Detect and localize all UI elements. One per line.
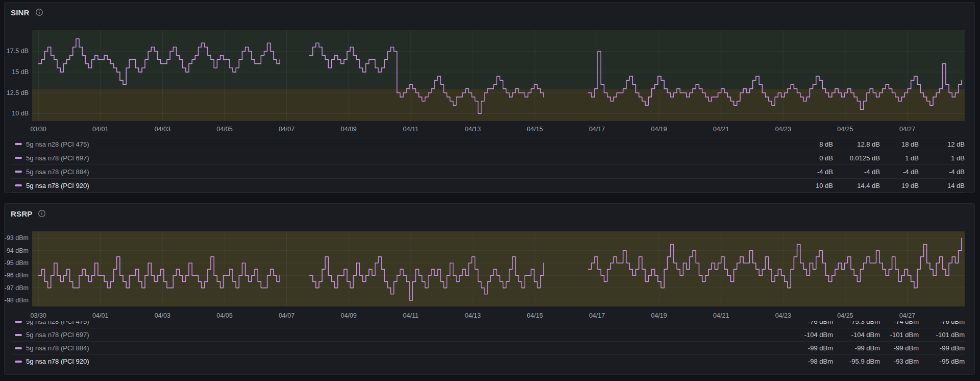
legend-stat-value: -104 dBm <box>786 331 833 339</box>
rsrp-panel: RSRP -93 dBm-94 dBm-95 dBm-96 dBm-97 dBm… <box>4 203 975 375</box>
legend-stat-value: -76 dBm <box>786 321 833 325</box>
legend-stat-value: -99 dBm <box>833 344 880 352</box>
x-axis-label: 04/07 <box>279 312 295 319</box>
info-icon[interactable] <box>35 8 43 16</box>
sinr-panel: SINR 17.5 dB15 dB12.5 dB10 dB 03/3004/01… <box>4 2 975 193</box>
legend-table: 5g nsa n28 (PCI 475)8 dB12.8 dB18 dB12 d… <box>11 137 965 193</box>
series-color-swatch <box>15 157 22 159</box>
legend-series-label[interactable]: 5g nsa n78 (PCI 920) <box>26 358 786 365</box>
legend-row[interactable]: 5g nsa n78 (PCI 920)10 dB14.4 dB19 dB14 … <box>11 179 965 193</box>
panel-title[interactable]: RSRP <box>11 209 32 218</box>
x-axis-label: 04/17 <box>589 126 605 133</box>
x-axis: 03/3004/0104/0304/0504/0704/0904/1104/13… <box>32 126 965 134</box>
y-axis: -93 dBm-94 dBm-95 dBm-96 dBm-97 dBm-98 d… <box>5 231 29 306</box>
time-series-chart[interactable] <box>32 231 965 306</box>
legend-stat-value: -95 dBm <box>919 358 965 365</box>
legend-stat-value: 14 dB <box>919 182 965 189</box>
legend-stat-value: -101 dBm <box>880 331 919 339</box>
legend-stat-value: -99 dBm <box>786 344 833 352</box>
time-series-chart[interactable] <box>32 30 965 121</box>
legend-row[interactable]: 5g nsa n78 (PCI 884)-99 dBm-99 dBm-99 dB… <box>11 342 965 355</box>
y-axis-label: -94 dBm <box>5 247 29 254</box>
x-axis-label: 04/05 <box>216 312 232 319</box>
legend-stat-value: 1 dB <box>880 154 919 162</box>
x-axis-label: 04/27 <box>899 312 915 319</box>
legend-series-label[interactable]: 5g nsa n78 (PCI 697) <box>26 331 786 339</box>
legend-stat-value: -93 dBm <box>880 358 919 365</box>
legend-series-label[interactable]: 5g nsa n28 (PCI 475) <box>26 321 786 325</box>
legend-stat-value: 12 dB <box>919 140 965 148</box>
x-axis-label: 04/07 <box>279 126 295 133</box>
series-color-swatch <box>15 321 22 323</box>
y-axis-label: 17.5 dB <box>7 47 29 55</box>
legend-stat-value: 12.8 dB <box>833 140 880 148</box>
panel-header: RSRP <box>11 204 46 223</box>
y-axis-label: -95 dBm <box>5 259 29 267</box>
legend-scroll-viewport[interactable]: 5g nsa n28 (PCI 475)-76 dBm-75.3 dBm-74 … <box>11 321 965 374</box>
legend-stat-value: -4 dB <box>786 168 833 176</box>
x-axis-label: 03/30 <box>31 312 46 319</box>
panel-title[interactable]: SINR <box>11 8 30 17</box>
threshold-band <box>32 30 965 89</box>
legend-stat-value: -4 dB <box>880 168 919 176</box>
x-axis-label: 04/25 <box>837 126 853 133</box>
info-icon[interactable] <box>38 209 46 218</box>
legend-series-label[interactable]: 5g nsa n78 (PCI 920) <box>26 182 786 189</box>
x-axis-label: 04/25 <box>837 312 853 319</box>
x-axis-label: 04/17 <box>589 312 605 319</box>
y-axis-label: 10 dB <box>12 110 29 117</box>
x-axis-label: 04/09 <box>341 126 357 133</box>
legend-series-label[interactable]: 5g nsa n28 (PCI 475) <box>26 140 786 148</box>
x-axis-label: 04/03 <box>155 312 170 319</box>
legend-stat-value: 18 dB <box>880 140 919 148</box>
x-axis-label: 04/19 <box>651 126 667 133</box>
x-axis-label: 04/11 <box>403 312 419 319</box>
legend-stat-value: -98 dBm <box>786 358 833 365</box>
x-axis-label: 04/27 <box>899 126 915 133</box>
legend-row[interactable]: 5g nsa n78 (PCI 884)-4 dB-4 dB-4 dB-4 dB <box>11 165 965 179</box>
legend-stat-value: -75.3 dBm <box>833 321 880 325</box>
legend-row[interactable]: 5g nsa n78 (PCI 697)-104 dBm-104 dBm-101… <box>11 328 965 342</box>
legend-stat-value: 1 dB <box>919 154 965 162</box>
legend-series-label[interactable]: 5g nsa n78 (PCI 884) <box>26 344 786 352</box>
series-color-swatch <box>15 361 22 363</box>
legend-stat-value: -101 dBm <box>919 331 965 339</box>
x-axis-label: 04/15 <box>527 312 543 319</box>
legend-stat-value: -104 dBm <box>833 331 880 339</box>
x-axis-label: 04/01 <box>92 126 108 133</box>
y-axis-label: 15 dB <box>12 68 29 76</box>
y-axis-label: 12.5 dB <box>7 89 29 97</box>
x-axis-label: 04/13 <box>465 312 481 319</box>
series-color-swatch <box>15 184 22 186</box>
legend-stat-value: 14.4 dB <box>833 182 880 189</box>
legend-series-label[interactable]: 5g nsa n78 (PCI 884) <box>26 168 786 176</box>
panel-header: SINR <box>11 3 43 22</box>
legend-row[interactable]: 5g nsa n78 (PCI 697)0 dB0.0125 dB1 dB1 d… <box>11 151 965 165</box>
x-axis-label: 04/21 <box>713 312 729 319</box>
x-axis-label: 04/15 <box>527 126 543 133</box>
legend-row[interactable]: 5g nsa n28 (PCI 475)-76 dBm-75.3 dBm-74 … <box>11 321 965 328</box>
legend-row[interactable]: 5g nsa n28 (PCI 475)8 dB12.8 dB18 dB12 d… <box>11 137 965 151</box>
legend-row[interactable]: 5g nsa n78 (PCI 920)-98 dBm-95.9 dBm-93 … <box>11 355 965 368</box>
legend-table: 5g nsa n28 (PCI 475)-76 dBm-75.3 dBm-74 … <box>11 321 965 368</box>
y-axis: 17.5 dB15 dB12.5 dB10 dB <box>5 30 29 121</box>
legend-stat-value: 19 dB <box>880 182 919 189</box>
legend-stat-value: -4 dB <box>919 168 965 176</box>
x-axis-label: 04/21 <box>713 126 729 133</box>
x-axis-label: 04/19 <box>651 312 667 319</box>
legend-stat-value: -74 dBm <box>880 321 919 325</box>
x-axis-label: 04/03 <box>155 126 170 133</box>
x-axis-label: 04/23 <box>775 126 791 133</box>
series-color-swatch <box>15 171 22 173</box>
legend-stat-value: -95.9 dBm <box>833 358 880 365</box>
legend-series-label[interactable]: 5g nsa n78 (PCI 697) <box>26 154 786 162</box>
dashboard: SINR 17.5 dB15 dB12.5 dB10 dB 03/3004/01… <box>0 0 980 381</box>
legend-stat-value: 0.0125 dB <box>833 154 880 162</box>
series-color-swatch <box>15 347 22 349</box>
series-color-swatch <box>15 334 22 336</box>
threshold-band <box>32 89 965 121</box>
x-axis-label: 04/23 <box>775 312 791 319</box>
y-axis-label: -98 dBm <box>5 297 29 304</box>
legend-stat-value: -76 dBm <box>919 321 965 325</box>
x-axis-label: 04/13 <box>465 126 481 133</box>
